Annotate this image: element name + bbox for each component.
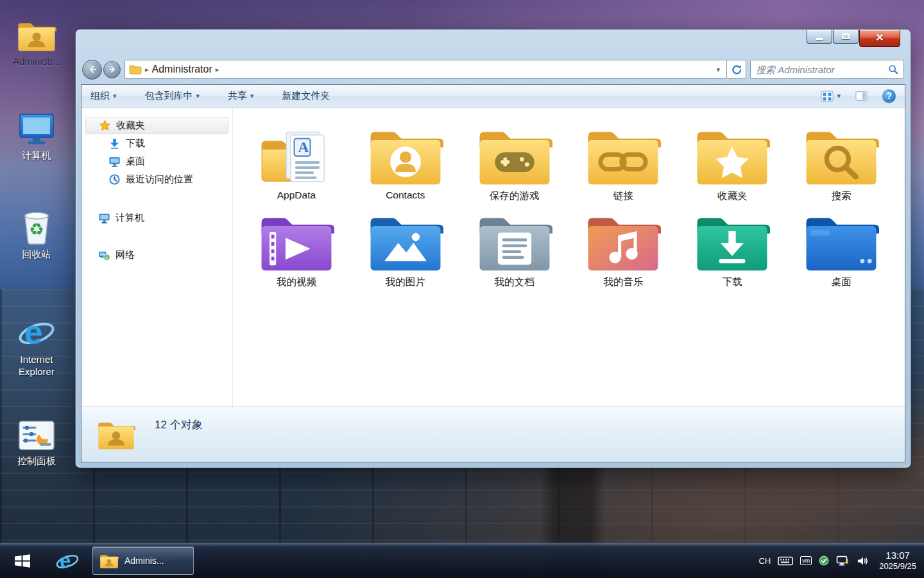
file-item-label: 我的音乐 [603, 276, 643, 289]
close-button[interactable]: ✕ [859, 30, 900, 47]
vmware-tools-icon[interactable] [819, 556, 829, 566]
music-folder-icon [585, 211, 661, 274]
include-in-library-menu[interactable]: 包含到库中 ▾ [145, 90, 200, 102]
desktop-icon-control-panel[interactable]: 控制面板 [1, 412, 72, 468]
selected-folder-icon [97, 419, 135, 451]
vmware-tray-icon[interactable]: vm [800, 556, 812, 565]
explorer-window: ✕ ▸ Administrator ▸ ▾ [75, 29, 911, 468]
maximize-button[interactable] [833, 30, 859, 44]
system-tray: CH vm [758, 543, 924, 578]
chevron-icon: ▸ [145, 66, 149, 74]
star-icon [99, 119, 111, 132]
taskbar-internet-explorer[interactable]: e [45, 543, 90, 578]
preview-pane-button[interactable] [855, 90, 868, 102]
caret-icon: ▾ [196, 92, 200, 100]
documents-folder-icon [477, 211, 552, 274]
sidebar-item-favorites[interactable]: 收藏夹 [85, 117, 228, 134]
taskbar: e Adminis... CH vm [0, 543, 924, 578]
file-item-my-videos[interactable]: 我的视频 [242, 211, 351, 289]
sidebar-label: 桌面 [126, 155, 145, 168]
window-client-area: 组织 ▾ 包含到库中 ▾ 共享 ▾ 新建文件夹 [81, 84, 905, 462]
windows-logo-icon [13, 551, 32, 570]
recycle-bin-icon: ♻ [19, 206, 54, 245]
new-folder-button[interactable]: 新建文件夹 [282, 90, 330, 102]
file-item-desktop[interactable]: 桌面 [787, 211, 896, 289]
file-item-my-documents[interactable]: 我的文档 [460, 211, 569, 289]
search-box[interactable] [750, 60, 904, 79]
breadcrumb[interactable]: Administrator [152, 64, 212, 75]
sidebar-item-network[interactable]: 网络 [81, 246, 232, 264]
forward-button[interactable] [103, 61, 121, 78]
caret-icon: ▾ [113, 92, 117, 100]
recent-places-icon [108, 173, 121, 186]
links-folder-icon [585, 125, 661, 188]
desktop-icon-label: Administr... [13, 56, 60, 68]
taskbar-item-label: Adminis... [124, 556, 164, 566]
minimize-button[interactable] [807, 30, 832, 44]
titlebar[interactable]: ✕ [81, 30, 905, 58]
desktop-icon-computer[interactable]: 计算机 [1, 107, 72, 162]
file-item-my-music[interactable]: 我的音乐 [569, 211, 678, 289]
sidebar-item-computer[interactable]: 计算机 [81, 209, 232, 227]
file-item-links[interactable]: 链接 [569, 125, 678, 203]
sidebar-item-recent-places[interactable]: 最近访问的位置 [81, 170, 232, 188]
desktop-icon-label: 控制面板 [17, 455, 56, 468]
ime-indicator[interactable]: CH [758, 556, 771, 566]
chevron-icon[interactable]: ▸ [216, 66, 219, 74]
volume-icon[interactable] [856, 555, 868, 567]
file-item-saved-games[interactable]: 保存的游戏 [460, 125, 569, 203]
desktop-icon-recycle-bin[interactable]: ♻ 回收站 [1, 206, 72, 261]
desktop: Administr... 计算机 ♻ 回收站 e [0, 0, 924, 578]
download-arrow-icon [108, 137, 121, 150]
internet-explorer-icon: e [18, 311, 55, 351]
keyboard-icon[interactable] [778, 556, 793, 566]
file-item-downloads[interactable]: 下载 [678, 211, 787, 289]
file-item-favorites[interactable]: 收藏夹 [678, 125, 787, 203]
preview-pane-icon [855, 90, 868, 102]
appdata-icon: A [259, 125, 334, 188]
start-button[interactable] [0, 543, 45, 578]
address-bar[interactable]: ▸ Administrator ▸ ▾ [124, 60, 727, 79]
desktop-icon-internet-explorer[interactable]: e Internet Explorer [1, 311, 72, 378]
sidebar-item-desktop[interactable]: 桌面 [81, 152, 232, 170]
file-item-label: 保存的游戏 [490, 189, 540, 203]
sidebar-item-downloads[interactable]: 下载 [81, 134, 232, 152]
help-button[interactable]: ? [882, 89, 896, 103]
help-icon: ? [886, 91, 892, 101]
taskbar-item-administrator[interactable]: Adminis... [92, 547, 194, 575]
clock-date: 2025/9/25 [879, 561, 916, 572]
sidebar-label: 收藏夹 [116, 119, 145, 132]
share-menu[interactable]: 共享 ▾ [228, 90, 254, 102]
back-button[interactable] [82, 60, 102, 80]
computer-icon [18, 107, 55, 146]
sidebar-label: 计算机 [116, 212, 144, 224]
file-item-appdata[interactable]: A AppData [242, 125, 351, 203]
item-count: 12 个对象 [155, 417, 203, 432]
network-tray-icon[interactable] [836, 556, 849, 566]
taskbar-clock[interactable]: 13:07 2025/9/25 [879, 549, 916, 572]
change-view-button[interactable]: ▾ [821, 90, 841, 103]
file-item-searches[interactable]: 搜索 [787, 125, 896, 203]
file-item-label: 我的文档 [495, 276, 535, 289]
desktop-icon-administrator[interactable]: Administr... [1, 13, 72, 68]
file-item-my-pictures[interactable]: 我的图片 [351, 211, 460, 289]
caret-icon: ▾ [250, 92, 254, 100]
search-input[interactable] [756, 64, 888, 75]
videos-folder-icon [259, 211, 334, 274]
refresh-button[interactable] [727, 60, 746, 79]
include-label: 包含到库中 [145, 90, 193, 102]
file-item-label: 链接 [613, 189, 633, 203]
file-list: A AppData [233, 108, 905, 407]
caption-buttons: ✕ [806, 30, 900, 47]
favorites-folder-icon [694, 125, 770, 188]
ie-letter: e [24, 314, 43, 351]
file-item-label: 我的视频 [277, 276, 316, 289]
appdata-letter: A [298, 139, 309, 155]
saved-games-folder-icon [477, 125, 552, 188]
organize-menu[interactable]: 组织 ▾ [90, 90, 117, 102]
caret-icon: ▾ [837, 92, 841, 100]
folder-icon [129, 64, 142, 75]
contacts-folder-icon [368, 125, 443, 188]
file-item-contacts[interactable]: Contacts [351, 125, 460, 203]
address-dropdown-icon[interactable]: ▾ [714, 66, 723, 74]
